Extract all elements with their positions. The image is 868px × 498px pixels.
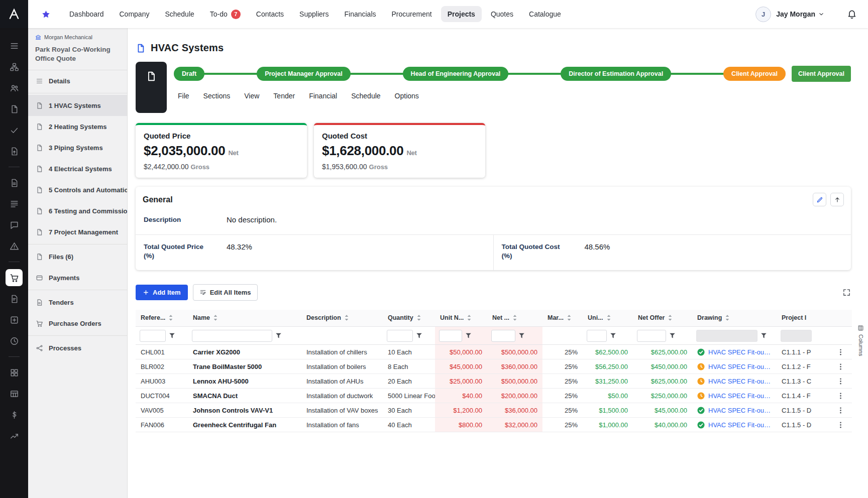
reference-filter-icon[interactable] — [169, 332, 175, 339]
sidebar-item-files[interactable]: Files (6) — [28, 246, 127, 267]
net-offer-filter-icon[interactable] — [669, 332, 676, 339]
menu-item[interactable]: Sections — [203, 92, 231, 100]
rail-item-reports[interactable] — [6, 427, 23, 444]
net-offer-filter-input[interactable] — [637, 330, 666, 342]
nav-item[interactable]: Financials — [338, 6, 382, 22]
edit-button[interactable] — [813, 193, 826, 206]
sidebar-item-details[interactable]: Details — [28, 70, 127, 91]
rail-item-documents[interactable] — [6, 100, 23, 117]
rail-item-chat[interactable] — [6, 216, 23, 233]
favorites-star-icon[interactable] — [41, 10, 51, 19]
reference-filter-input[interactable] — [140, 330, 166, 342]
drawing-link[interactable]: HVAC SPEC Fit-out 10... — [708, 348, 772, 356]
drawing-filter-icon[interactable] — [761, 332, 767, 339]
menu-item[interactable]: View — [244, 92, 259, 100]
nav-item[interactable]: Contacts — [250, 6, 290, 22]
breadcrumb-company[interactable]: Morgan Mechanical — [28, 28, 127, 41]
nav-item[interactable]: Schedule — [158, 6, 200, 22]
name-filter-icon[interactable] — [275, 332, 282, 339]
quantity-filter-icon[interactable] — [416, 332, 422, 339]
rail-item-sitemap[interactable] — [6, 58, 23, 75]
sidebar-section-item[interactable]: 6 Testing and Commissioning — [28, 200, 127, 221]
table-row[interactable]: CHL001 Carrier XG2000 Installation of ch… — [136, 345, 852, 359]
unit-offer-filter-input[interactable] — [587, 330, 607, 342]
col-name[interactable]: Name — [188, 310, 301, 327]
drawing-link[interactable]: HVAC SPEC Fit-out 10... — [708, 363, 772, 370]
nav-item[interactable]: Company — [113, 6, 156, 22]
rail-item-files[interactable] — [6, 174, 23, 191]
workflow-step[interactable]: Head of Engineering Approval — [403, 67, 509, 81]
nav-item[interactable]: Procurement — [385, 6, 439, 22]
workflow-step[interactable]: Project Manager Approval — [257, 67, 350, 81]
rail-item-tasks[interactable] — [6, 121, 23, 139]
nav-item[interactable]: Projects — [441, 6, 482, 22]
table-row[interactable]: AHU003 Lennox AHU-5000 Installation of A… — [136, 374, 852, 389]
add-item-button[interactable]: Add Item — [136, 285, 188, 300]
edit-all-items-button[interactable]: Edit All Items — [193, 284, 258, 301]
col-description[interactable]: Description — [301, 310, 383, 327]
nav-item[interactable]: Dashboard — [63, 6, 111, 22]
user-menu[interactable]: Jay Morgan — [776, 10, 825, 18]
net-filter-input[interactable] — [491, 330, 515, 342]
col-net[interactable]: Net ... — [487, 310, 542, 327]
quantity-filter-input[interactable] — [387, 330, 413, 342]
col-project[interactable]: Project I — [777, 310, 835, 327]
rail-item-alerts[interactable] — [6, 237, 23, 255]
drawing-link[interactable]: HVAC SPEC Fit-out 10... — [708, 407, 772, 414]
workflow-step[interactable]: Draft — [174, 67, 204, 81]
row-menu-icon[interactable] — [837, 392, 844, 400]
avatar[interactable]: J — [755, 7, 771, 22]
col-drawing[interactable]: Drawing — [692, 310, 777, 327]
unit-net-filter-icon[interactable] — [465, 332, 472, 339]
workflow-step[interactable]: Client Approval — [723, 67, 786, 81]
menu-item[interactable]: Options — [395, 92, 419, 100]
rail-item-dashboard[interactable] — [6, 364, 23, 381]
rail-item-invoices[interactable] — [6, 290, 23, 307]
row-menu-icon[interactable] — [837, 378, 844, 385]
unit-offer-filter-icon[interactable] — [610, 332, 616, 339]
sidebar-section-item[interactable]: 5 Controls and Automation — [28, 179, 127, 200]
menu-item[interactable]: Schedule — [351, 92, 380, 100]
drawing-link[interactable]: HVAC SPEC Fit-out 10... — [708, 378, 772, 385]
nav-item[interactable]: Catalogue — [522, 6, 568, 22]
menu-item[interactable]: File — [178, 92, 189, 100]
drawing-link[interactable]: HVAC SPEC Fit-out 10... — [708, 421, 772, 429]
table-row[interactable]: BLR002 Trane BoilMaster 5000 Installatio… — [136, 359, 852, 374]
row-menu-icon[interactable] — [837, 363, 844, 370]
col-reference[interactable]: Refere... — [136, 310, 188, 327]
sidebar-item-processes[interactable]: Processes — [28, 337, 127, 358]
section-tab-active[interactable] — [136, 62, 167, 113]
nav-item[interactable]: To-do 7 — [203, 6, 247, 23]
rail-item-contacts[interactable] — [6, 79, 23, 96]
name-filter-input[interactable] — [192, 330, 272, 342]
table-row[interactable]: DUCT004 SMACNA Duct Installation of duct… — [136, 389, 852, 403]
rail-item-modules[interactable] — [6, 311, 23, 328]
col-unit-net[interactable]: Unit N... — [435, 310, 487, 327]
col-quantity[interactable]: Quantity — [383, 310, 435, 327]
col-net-offer[interactable]: Net Offer — [633, 310, 692, 327]
workflow-step[interactable]: Director of Estimation Approval — [561, 67, 671, 81]
sidebar-item-purchase-orders[interactable]: Purchase Orders — [28, 313, 127, 334]
sidebar-section-item[interactable]: 4 Electrical Systems — [28, 158, 127, 179]
nav-item[interactable]: Suppliers — [293, 6, 335, 22]
rail-item-rows[interactable] — [6, 195, 23, 212]
col-margin[interactable]: Mar... — [542, 310, 583, 327]
table-row[interactable]: VAV005 Johnson Controls VAV-V1 Installat… — [136, 403, 852, 418]
row-menu-icon[interactable] — [837, 348, 844, 356]
sidebar-section-item[interactable]: 2 Heating Systems — [28, 116, 127, 137]
rail-item-quotes[interactable] — [6, 269, 23, 286]
columns-panel-toggle[interactable]: Columns — [857, 325, 864, 356]
project-filter-input[interactable] — [781, 330, 812, 342]
drawing-filter-input[interactable] — [696, 330, 757, 342]
drawing-link[interactable]: HVAC SPEC Fit-out 10... — [708, 392, 772, 400]
row-menu-icon[interactable] — [837, 421, 844, 429]
rail-item-upload[interactable] — [6, 143, 23, 160]
sidebar-item-payments[interactable]: Payments — [28, 267, 127, 288]
app-logo[interactable] — [0, 0, 28, 28]
sidebar-item-tenders[interactable]: Tenders — [28, 292, 127, 313]
row-menu-icon[interactable] — [837, 407, 844, 414]
menu-item[interactable]: Financial — [309, 92, 337, 100]
rail-item-list[interactable] — [6, 37, 23, 54]
rail-item-time[interactable] — [6, 332, 23, 349]
sidebar-section-item[interactable]: 1 HVAC Systems — [28, 95, 127, 116]
